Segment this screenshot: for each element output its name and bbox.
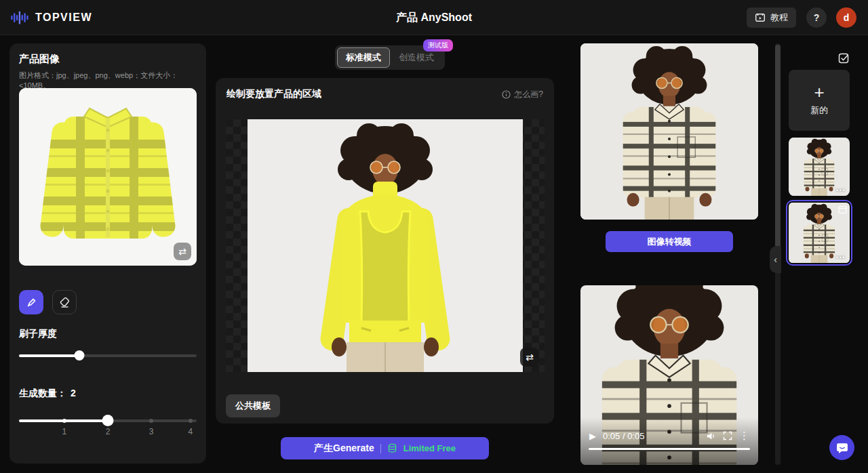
mask-drawing-canvas[interactable]: ⇄ (226, 119, 545, 372)
slider-thumb[interactable] (75, 350, 85, 361)
slider-fill (19, 354, 79, 357)
top-bar: TOPVIEW 产品 AnyShoot 教程 ? d (0, 0, 868, 35)
panel-title: 产品图像 (19, 53, 60, 66)
mark-label-3: 3 (149, 427, 154, 436)
video-tutorial-icon (755, 12, 766, 23)
user-avatar[interactable]: d (836, 7, 856, 28)
card-header: 绘制要放置产品的区域 怎么画? (216, 78, 554, 110)
brush-tool-button[interactable] (19, 290, 43, 314)
brand-name: TOPVIEW (35, 12, 92, 24)
brand-logo[interactable]: TOPVIEW (11, 0, 92, 35)
collapse-panel-button[interactable]: ‹ (770, 246, 781, 273)
scrollbar-thumb[interactable] (775, 45, 781, 248)
tutorial-button[interactable]: 教程 (747, 7, 796, 28)
draw-area-card: 绘制要放置产品的区域 怎么画? ⇄ 公共模板 (216, 78, 554, 424)
eraser-icon (59, 297, 71, 308)
swap-icon: ⇄ (526, 352, 534, 363)
tab-standard-mode[interactable]: 标准模式 (337, 47, 390, 68)
mark-label-1: 1 (62, 427, 66, 436)
fullscreen-icon[interactable] (723, 431, 732, 440)
image-to-video-button[interactable]: 图像转视频 (606, 231, 733, 252)
video-controls: ▶ 0:05 / 0:05 ⋮ (580, 426, 758, 446)
waveform-logo-icon (11, 10, 28, 25)
anyshoot-app: TOPVIEW 产品 AnyShoot 教程 ? d 产品图像 图片格式：jpg… (0, 0, 868, 473)
yellow-plaid-shirt-image (19, 88, 197, 266)
masked-model-image (248, 119, 523, 372)
divider (380, 444, 381, 453)
new-label: 新的 (810, 104, 828, 117)
generate-button[interactable]: 产生Generate Limited Free (281, 437, 489, 459)
result-model-image (580, 43, 758, 220)
generate-label: 产生Generate (314, 443, 374, 455)
result-video-player[interactable]: ▶ 0:05 / 0:05 ⋮ (580, 285, 758, 465)
slider-mark-3[interactable] (149, 419, 153, 423)
card-title: 绘制要放置产品的区域 (226, 88, 321, 100)
thumbnail-frame: ••• (789, 203, 850, 263)
mark-label-2: 2 (106, 427, 111, 436)
how-to-draw-label: 怎么画? (514, 89, 543, 100)
generate-count-label: 生成数量： (19, 388, 66, 400)
coins-icon (387, 443, 397, 453)
brush-tools (19, 290, 77, 314)
slider-mark-1[interactable] (62, 419, 66, 423)
product-image-preview[interactable]: ⇄ (19, 88, 197, 266)
public-template-button[interactable]: 公共模板 (226, 394, 280, 417)
video-more-icon[interactable]: ⋮ (739, 430, 749, 442)
more-options-icon[interactable]: ••• (836, 187, 846, 194)
video-time: 0:05 / 0:05 (603, 431, 644, 441)
brush-pencil-icon (26, 297, 37, 308)
generate-count-value: 2 (71, 388, 76, 400)
generated-result-image[interactable] (580, 43, 758, 220)
product-image-panel: 产品图像 图片格式：jpg、jpeg、png、webp；文件大小：<10MB。 … (9, 43, 206, 464)
info-icon (502, 90, 511, 99)
plus-icon: + (814, 85, 824, 100)
tutorial-label: 教程 (770, 12, 788, 24)
model-photo-with-mask[interactable] (248, 119, 523, 372)
history-thumbnail-1[interactable]: ••• (789, 138, 850, 196)
play-icon[interactable]: ▶ (589, 431, 596, 441)
slider-mark-4[interactable] (189, 419, 193, 423)
chevron-left-icon: ‹ (774, 254, 777, 265)
generate-count-row: 生成数量： 2 (19, 388, 76, 400)
how-to-draw-link[interactable]: 怎么画? (502, 89, 543, 100)
swap-icon: ⇄ (178, 246, 186, 257)
swap-product-button[interactable]: ⇄ (174, 243, 191, 260)
brush-thickness-slider[interactable] (19, 350, 197, 361)
eraser-tool-button[interactable] (52, 290, 77, 314)
mode-tabs: 标准模式 创造模式 测试版 (335, 45, 445, 70)
chat-bubble-icon (835, 441, 849, 455)
limited-free-label: Limited Free (403, 443, 456, 453)
brush-thickness-label: 刷子厚度 (19, 328, 57, 340)
multi-select-icon[interactable] (838, 52, 850, 64)
page-title: 产品 AnyShoot (396, 0, 472, 35)
new-generation-button[interactable]: + 新的 (789, 70, 850, 131)
history-thumbnail-2-selected[interactable]: ••• (786, 200, 852, 266)
volume-icon[interactable] (706, 431, 716, 441)
help-button[interactable]: ? (806, 7, 827, 28)
count-mark-labels: 1 2 3 4 (19, 427, 197, 436)
media-type-icon (838, 205, 847, 214)
chat-support-button[interactable] (829, 435, 854, 460)
beta-badge: 测试版 (423, 39, 453, 52)
more-options-icon[interactable]: ••• (836, 254, 846, 261)
slider-thumb[interactable] (102, 415, 114, 426)
swap-canvas-button[interactable]: ⇄ (520, 348, 539, 367)
generate-count-slider[interactable] (19, 415, 197, 426)
video-progress-bar[interactable] (589, 448, 750, 450)
mark-label-4: 4 (188, 427, 193, 436)
